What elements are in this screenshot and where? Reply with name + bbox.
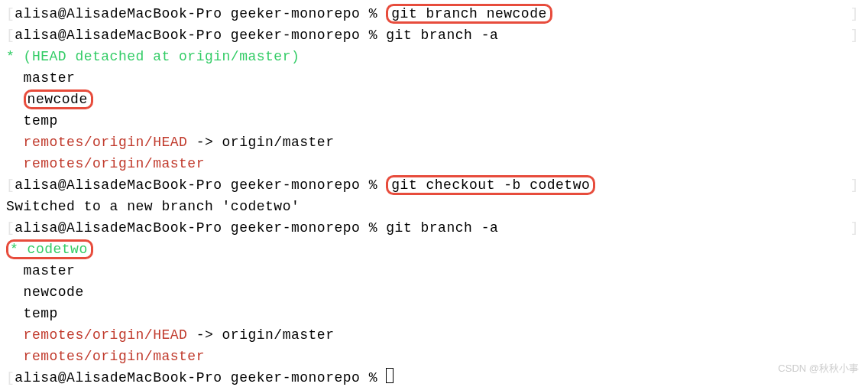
highlight-git-branch-newcode: git branch newcode: [386, 4, 552, 24]
terminal-line-2: [alisa@AlisadeMacBook-Pro geeker-monorep…: [6, 24, 868, 46]
branch-temp-2: temp: [6, 303, 868, 324]
remote-head-pointer: remotes/origin/HEAD: [6, 327, 187, 343]
shell-prompt: alisa@AlisadeMacBook-Pro geeker-monorepo…: [15, 177, 377, 193]
branch-master: master: [6, 67, 868, 89]
bracket-icon: [: [6, 220, 15, 236]
remote-head-line-2: remotes/origin/HEAD -> origin/master: [6, 324, 868, 346]
branch-temp: temp: [6, 110, 868, 132]
shell-prompt: alisa@AlisadeMacBook-Pro geeker-monorepo…: [15, 220, 377, 236]
branch-codetwo-current: * codetwo: [6, 239, 868, 260]
shell-prompt: alisa@AlisadeMacBook-Pro geeker-monorepo…: [15, 6, 377, 21]
command-text: git branch -a: [386, 28, 498, 43]
remote-head-pointer: remotes/origin/HEAD: [6, 135, 187, 150]
bracket-icon: [: [6, 370, 15, 385]
bracket-icon: ]: [850, 174, 859, 196]
highlight-git-checkout-b-codetwo: git checkout -b codetwo: [386, 175, 595, 195]
remote-head-target: -> origin/master: [187, 327, 334, 343]
remote-head-target: -> origin/master: [187, 135, 334, 150]
bracket-icon: ]: [850, 24, 859, 46]
current-branch-name: codetwo: [28, 242, 88, 257]
branch-newcode-2: newcode: [6, 281, 868, 303]
terminal-line-prompt-empty[interactable]: [alisa@AlisadeMacBook-Pro geeker-monorep…: [6, 367, 868, 387]
bracket-icon: ]: [850, 3, 859, 24]
branch-newcode: newcode: [6, 89, 868, 110]
terminal-line-1: [alisa@AlisadeMacBook-Pro geeker-monorep…: [6, 3, 868, 24]
branch-master-2: master: [6, 260, 868, 281]
highlight-codetwo-branch: * codetwo: [6, 239, 93, 259]
terminal-line-branch-a2: [alisa@AlisadeMacBook-Pro geeker-monorep…: [6, 217, 868, 239]
head-detached-line: * (HEAD detached at origin/master): [6, 46, 868, 67]
cursor-icon: [386, 368, 394, 383]
shell-prompt: alisa@AlisadeMacBook-Pro geeker-monorepo…: [15, 370, 377, 385]
terminal-line-checkout: [alisa@AlisadeMacBook-Pro geeker-monorep…: [6, 174, 868, 196]
switched-line: Switched to a new branch 'codetwo': [6, 196, 868, 217]
bracket-icon: ]: [850, 217, 859, 239]
remote-master-line: remotes/origin/master: [6, 153, 868, 174]
bracket-icon: [: [6, 6, 15, 21]
shell-prompt: alisa@AlisadeMacBook-Pro geeker-monorepo…: [15, 28, 377, 43]
highlight-newcode-branch: newcode: [24, 89, 93, 109]
bracket-icon: [: [6, 28, 15, 43]
remote-head-line: remotes/origin/HEAD -> origin/master: [6, 132, 868, 153]
current-branch-marker: *: [10, 242, 28, 257]
bracket-icon: [: [6, 177, 15, 193]
remote-master-line-2: remotes/origin/master: [6, 346, 868, 367]
command-text: git branch -a: [386, 220, 498, 236]
watermark: CSDN @秋秋小事: [778, 358, 859, 379]
